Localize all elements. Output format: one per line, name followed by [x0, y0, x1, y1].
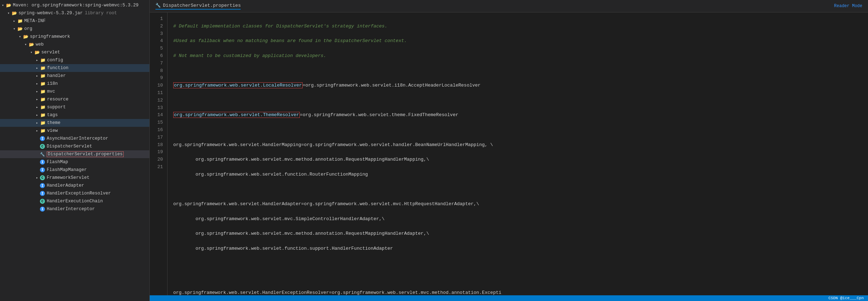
- sidebar-item-web[interactable]: web: [0, 41, 149, 48]
- handler-adapter-label: HandlerAdapter: [47, 183, 84, 188]
- reader-mode-button[interactable]: Reader Mode: [834, 4, 862, 9]
- sidebar-item-dispatcher-servlet-properties[interactable]: 🔧 DispatcherServlet.properties: [0, 150, 149, 158]
- sidebar-item-config[interactable]: config: [0, 56, 149, 64]
- code-line-19: org.springframework.web.servlet.HandlerE…: [173, 289, 862, 295]
- sidebar-item-resource[interactable]: resource: [0, 95, 149, 103]
- editor-body: 1 2 3 4 5 6 7 8 9 10 11 12 13 14 15 16 1…: [150, 12, 868, 295]
- code-line-2: #Used as fallback when no matching beans…: [173, 37, 862, 45]
- sidebar-item-tags[interactable]: tags: [0, 111, 149, 119]
- arrow-function: [34, 66, 40, 70]
- badge-props-dispatcher: 🔧: [40, 152, 45, 157]
- line-numbers: 1 2 3 4 5 6 7 8 9 10 11 12 13 14 15 16 1…: [150, 12, 168, 295]
- arrow-view: [34, 129, 40, 133]
- sidebar-item-support[interactable]: support: [0, 103, 149, 111]
- code-line-6: [173, 97, 862, 104]
- line-num: 15: [153, 119, 163, 126]
- line-num: 11: [153, 89, 163, 97]
- line-num: 3: [153, 30, 163, 38]
- dispatcher-servlet-label: DispatcherServlet: [47, 144, 92, 149]
- handler-interceptor-label: HandlerInterceptor: [47, 207, 95, 212]
- sidebar-item-mvc[interactable]: mvc: [0, 88, 149, 95]
- sidebar-item-springframework[interactable]: springframework: [0, 33, 149, 41]
- framework-servlet-label: FrameworkServlet: [47, 175, 89, 180]
- folder-icon-function: [40, 66, 46, 71]
- sidebar-item-maven-root[interactable]: Maven: org.springframework:spring-webmvc…: [0, 1, 149, 9]
- line-num: 10: [153, 82, 163, 89]
- badge-i-flashmap: I: [40, 160, 45, 165]
- i18n-label: i18n: [47, 81, 58, 86]
- sidebar-item-jar[interactable]: spring-webmvc-5.3.29.jar library root: [0, 9, 149, 17]
- code-line-4: [173, 67, 862, 75]
- sidebar-item-org[interactable]: org: [0, 25, 149, 33]
- line-num: 18: [153, 141, 163, 149]
- locale-resolver-value: org.springframework.web.servlet.i18n.Acc…: [305, 83, 481, 88]
- code-line-16: org.springframework.web.servlet.function…: [173, 245, 862, 253]
- sidebar-item-dispatcher-servlet[interactable]: C DispatcherServlet: [0, 142, 149, 150]
- sidebar-item-function[interactable]: function: [0, 64, 149, 72]
- org-label: org: [24, 26, 32, 31]
- sidebar-item-handler-interceptor[interactable]: I HandlerInterceptor: [0, 205, 149, 213]
- code-line-8: [173, 126, 862, 134]
- async-handler-interceptor-label: AsyncHandlerInterceptor: [47, 136, 108, 141]
- folder-icon-support: [40, 105, 46, 110]
- status-bar: CSDN @ice___Cpn: [150, 295, 868, 301]
- arrow-jar: [6, 11, 11, 15]
- arrow-servlet: [29, 50, 34, 55]
- sidebar-item-flash-map-manager[interactable]: I FlashMapManager: [0, 166, 149, 174]
- sidebar-item-theme[interactable]: theme: [0, 119, 149, 127]
- folder-icon-meta-inf: [17, 19, 23, 24]
- folder-icon-tags: [40, 113, 46, 118]
- tab-props-icon: 🔧: [155, 3, 161, 8]
- sidebar-item-handler[interactable]: handler: [0, 72, 149, 80]
- folder-icon-jar: [11, 11, 17, 16]
- sidebar-item-async-handler-interceptor[interactable]: I AsyncHandlerInterceptor: [0, 135, 149, 142]
- arrow-maven: [0, 3, 6, 7]
- arrow-framework-servlet: [34, 176, 40, 180]
- editor-tab[interactable]: 🔧 DispatcherServlet.properties: [155, 3, 241, 10]
- sidebar-item-i18n[interactable]: i18n: [0, 80, 149, 88]
- arrow-web: [23, 42, 29, 47]
- mvc-label: mvc: [47, 89, 55, 94]
- arrow-springframework: [17, 35, 23, 39]
- editor-header: 🔧 DispatcherServlet.properties Reader Mo…: [150, 0, 868, 12]
- line-num: 9: [153, 74, 163, 82]
- sidebar-item-handler-exception-resolver[interactable]: I HandlerExceptionResolver: [0, 190, 149, 197]
- folder-icon-maven: [6, 3, 11, 8]
- code-line-5: org.springframework.web.servlet.LocaleRe…: [173, 82, 862, 89]
- theme-resolver-value: org.springframework.web.servlet.theme.Fi…: [303, 112, 458, 118]
- code-line-11: org.springframework.web.servlet.function…: [173, 171, 862, 178]
- support-label: support: [47, 105, 66, 110]
- jar-suffix-label: library root: [85, 11, 117, 16]
- code-line-3: # Not meant to be customized by applicat…: [173, 52, 862, 60]
- code-area: # Default implementation classes for Dis…: [168, 12, 868, 295]
- line-num: 12: [153, 97, 163, 104]
- handler-exception-resolver-label: HandlerExceptionResolver: [47, 191, 111, 196]
- code-line-15: org.springframework.web.servlet.mvc.meth…: [173, 230, 862, 238]
- badge-i-handler-interceptor: I: [40, 207, 45, 212]
- web-label: web: [36, 42, 44, 47]
- code-line-13: org.springframework.web.servlet.HandlerA…: [173, 201, 862, 208]
- sidebar-item-meta-inf[interactable]: META-INF: [0, 17, 149, 25]
- config-label: config: [47, 58, 63, 63]
- sidebar-item-servlet[interactable]: servlet: [0, 48, 149, 56]
- resource-label: resource: [47, 97, 68, 102]
- handler-execution-chain-label: HandlerExecutionChain: [47, 199, 103, 204]
- sidebar-item-view[interactable]: view: [0, 127, 149, 135]
- sidebar-item-flash-map[interactable]: I FlashMap: [0, 158, 149, 166]
- folder-icon-handler: [40, 73, 46, 79]
- sidebar-item-framework-servlet[interactable]: C FrameworkServlet: [0, 174, 149, 182]
- dispatcher-servlet-properties-label: DispatcherServlet.properties: [47, 151, 124, 157]
- badge-i-handler-exception-resolver: I: [40, 191, 45, 196]
- line-num: 7: [153, 60, 163, 67]
- line-num: 4: [153, 37, 163, 45]
- editor-container: 🔧 DispatcherServlet.properties Reader Mo…: [150, 0, 868, 301]
- sidebar-item-handler-execution-chain[interactable]: C HandlerExecutionChain: [0, 197, 149, 205]
- line-num: 5: [153, 45, 163, 52]
- code-line-18: [173, 275, 862, 282]
- sidebar-item-handler-adapter[interactable]: I HandlerAdapter: [0, 182, 149, 190]
- code-line-12: [173, 186, 862, 193]
- badge-c-handler-execution-chain: C: [40, 199, 45, 204]
- line-num: 14: [153, 111, 163, 119]
- line-num: 1: [153, 15, 163, 23]
- folder-icon-servlet: [34, 50, 40, 55]
